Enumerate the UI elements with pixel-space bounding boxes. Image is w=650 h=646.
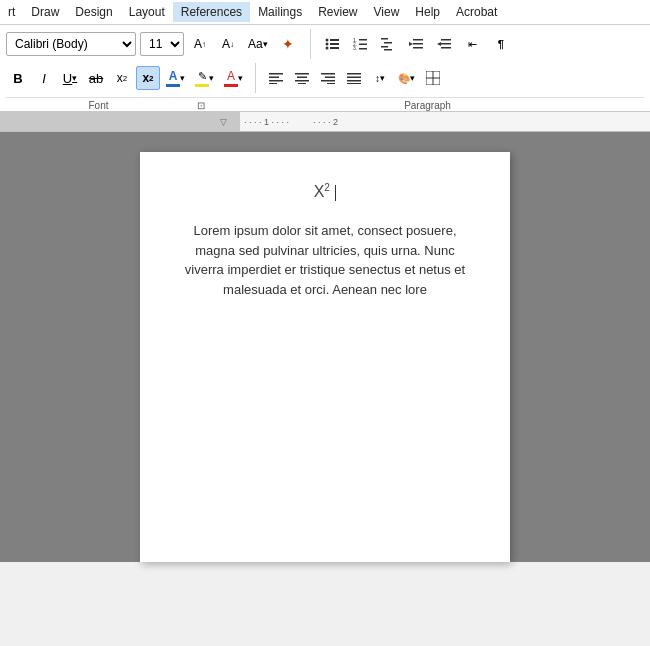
svg-rect-38 [347,80,361,82]
svg-point-2 [325,43,328,46]
ruler: ▽ · · · · 1 · · · · · · · · 2 [0,112,650,132]
svg-rect-19 [413,47,423,49]
paragraph-section: ↕▾ 🎨▾ [264,66,445,90]
highlight-color-btn[interactable]: ✎ ▾ [191,66,218,90]
increase-font-btn[interactable]: A↑ [188,32,212,56]
justify-btn[interactable] [342,66,366,90]
svg-rect-20 [441,39,451,41]
text-cursor [335,185,336,201]
svg-point-0 [325,39,328,42]
svg-rect-1 [330,39,339,41]
svg-rect-18 [413,43,423,45]
menu-item-review[interactable]: Review [310,2,365,22]
rtl-btn[interactable]: ⇤ [461,32,485,56]
svg-rect-32 [321,73,335,75]
align-left-btn[interactable] [264,66,288,90]
svg-rect-24 [269,73,283,75]
underline-btn[interactable]: U▾ [58,66,82,90]
svg-rect-31 [298,83,306,84]
ribbon-labels: Font ⊡ Paragraph [6,97,644,111]
svg-rect-9 [359,44,367,46]
menu-bar: rt Draw Design Layout References Mailing… [0,0,650,25]
menu-item-design[interactable]: Design [67,2,120,22]
svg-rect-37 [347,77,361,79]
align-right-btn[interactable] [316,66,340,90]
change-case-btn[interactable]: Aa▾ [244,32,272,56]
menu-item-references[interactable]: References [173,2,250,22]
font-label: Font [6,100,191,111]
shading-btn[interactable]: 🎨▾ [394,66,419,90]
menu-item-view[interactable]: View [366,2,408,22]
numbering-btn[interactable]: 1.2.3. [349,32,373,56]
svg-marker-21 [437,42,441,46]
font-expand-icon[interactable]: ⊡ [191,100,211,111]
font-section: B I U▾ ab x2 x2 A ▾ ✎ ▾ [6,66,247,90]
ribbon-divider-1 [310,29,311,59]
svg-marker-17 [409,42,413,46]
svg-rect-30 [295,80,309,82]
ruler-mark-1: · · · · 1 · · · · [244,117,289,127]
subscript-btn[interactable]: x2 [110,66,134,90]
svg-rect-22 [441,43,451,45]
svg-rect-36 [347,73,361,75]
menu-item-help[interactable]: Help [407,2,448,22]
ribbon: Calibri (Body) Arial Times New Roman 11 … [0,25,650,112]
svg-rect-13 [384,42,392,44]
svg-rect-33 [325,77,335,79]
svg-rect-5 [330,47,339,49]
superscript-btn[interactable]: x2 [136,66,160,90]
svg-rect-11 [359,48,367,50]
lorem-text: Lorem ipsum dolor sit amet, consect posu… [180,221,470,299]
show-hide-btn[interactable]: ¶ [489,32,513,56]
svg-rect-15 [384,49,392,51]
menu-item-rt[interactable]: rt [0,2,23,22]
clear-format-btn[interactable]: ✦ [276,32,300,56]
align-center-btn[interactable] [290,66,314,90]
menu-item-mailings[interactable]: Mailings [250,2,310,22]
svg-rect-3 [330,43,339,45]
svg-rect-16 [413,39,423,41]
svg-rect-7 [359,39,367,41]
font-color-btn[interactable]: A ▾ [162,66,189,90]
borders-btn[interactable] [421,66,445,90]
ruler-left: ▽ [0,112,240,131]
svg-text:3.: 3. [353,45,357,51]
font-size-select[interactable]: 11 10 12 14 [140,32,184,56]
svg-rect-23 [441,47,451,49]
ribbon-divider-2 [255,63,256,93]
page-area: X2 Lorem ipsum dolor sit amet, consect p… [0,132,650,562]
menu-item-acrobat[interactable]: Acrobat [448,2,505,22]
font-color2-btn[interactable]: A ▾ [220,66,247,90]
svg-rect-25 [269,77,279,79]
menu-item-layout[interactable]: Layout [121,2,173,22]
x2-text: X2 [180,182,470,201]
strikethrough-btn[interactable]: ab [84,66,108,90]
ruler-mark-2: · · · · 2 [313,117,338,127]
svg-rect-12 [381,38,388,40]
multilevel-list-btn[interactable] [377,32,401,56]
italic-btn[interactable]: I [32,66,56,90]
svg-rect-26 [269,80,283,82]
svg-point-4 [325,47,328,50]
paragraph-label: Paragraph [211,100,644,111]
svg-rect-39 [347,83,361,84]
svg-rect-28 [295,73,309,75]
svg-rect-27 [269,83,277,84]
bullets-btn[interactable] [321,32,345,56]
svg-rect-34 [321,80,335,82]
increase-indent-btn[interactable] [433,32,457,56]
document-page: X2 Lorem ipsum dolor sit amet, consect p… [140,152,510,562]
svg-rect-35 [327,83,335,84]
ruler-right: · · · · 1 · · · · · · · · 2 [240,112,650,131]
svg-rect-29 [297,77,307,79]
font-name-select[interactable]: Calibri (Body) Arial Times New Roman [6,32,136,56]
decrease-indent-btn[interactable] [405,32,429,56]
menu-item-draw[interactable]: Draw [23,2,67,22]
bold-btn[interactable]: B [6,66,30,90]
svg-rect-14 [381,46,388,48]
line-spacing-btn[interactable]: ↕▾ [368,66,392,90]
decrease-font-btn[interactable]: A↓ [216,32,240,56]
